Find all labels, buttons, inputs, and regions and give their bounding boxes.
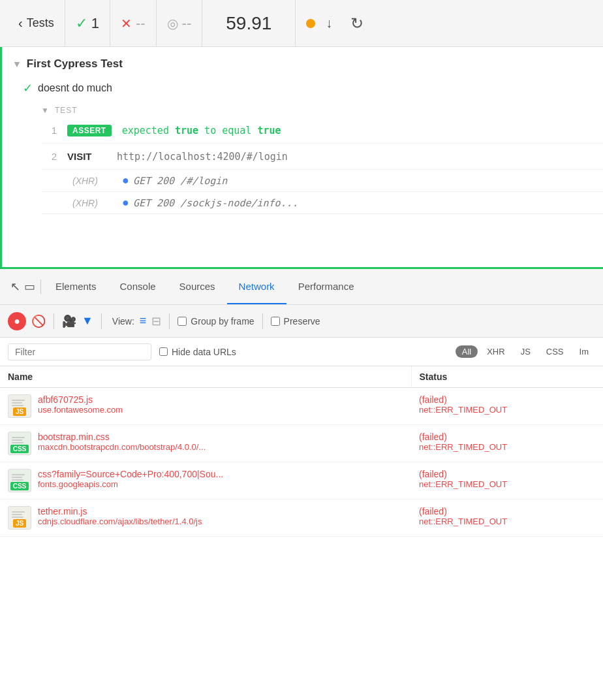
fail-section: ✕ -- [110, 0, 157, 46]
back-section: ‹ Tests [8, 0, 65, 46]
hide-data-urls-text: Hide data URLs [172, 347, 236, 357]
xhr-row-2[interactable]: (XHR) ● GET 200 /sockjs-node/info... [41, 192, 603, 214]
name-cell[interactable]: JS tether.min.js cdnjs.cloudflare.com/aj… [0, 500, 411, 537]
tab-elements-label: Elements [55, 281, 97, 292]
status-error: net::ERR_TIMED_OUT [419, 479, 595, 489]
status-failed: (failed) [419, 469, 595, 479]
xhr-dot-1: ● [122, 174, 129, 187]
name-cell[interactable]: CSS css?family=Source+Code+Pro:400,700|S… [0, 462, 411, 500]
tab-elements[interactable]: Elements [44, 269, 108, 304]
pending-dash: -- [182, 15, 192, 32]
visit-badge: VISIT [67, 151, 106, 162]
tab-console-label: Console [120, 281, 156, 292]
xhr-row-1[interactable]: (XHR) ● GET 200 /#/login [41, 170, 603, 192]
xhr-text-1: GET 200 /#/login [133, 175, 228, 187]
table-row[interactable]: CSS bootstrap.min.css maxcdn.bootstrapcd… [0, 425, 603, 462]
cmd-collapse-arrow[interactable]: ▼ [41, 106, 50, 115]
hide-data-urls-checkbox[interactable] [159, 347, 168, 356]
file-icon: JS [8, 394, 31, 418]
tab-icons: ↖ ▭ [5, 279, 41, 294]
header-name: Name [0, 366, 411, 388]
toolbar-separator-4 [262, 313, 263, 329]
assert-text: expected true to equal true [122, 125, 281, 136]
back-button[interactable]: ‹ Tests [18, 16, 54, 31]
table-row[interactable]: CSS css?family=Source+Code+Pro:400,700|S… [0, 462, 603, 500]
command-section: ▼ TEST 1 ASSERT expected true to equal t… [2, 101, 603, 214]
file-icon: CSS [8, 469, 31, 492]
pointer-icon[interactable]: ↖ [10, 279, 20, 294]
toolbar-separator-3 [169, 313, 170, 329]
file-name: tether.min.js [38, 506, 202, 517]
table-row[interactable]: JS afbf670725.js use.fontawesome.com (fa… [0, 388, 603, 425]
file-domain: maxcdn.bootstrapcdn.com/bootstrap/4.0.0/… [38, 442, 206, 452]
refresh-icon[interactable]: ↻ [350, 14, 363, 33]
test-header-label: TEST [55, 106, 78, 115]
preserve-checkbox[interactable]: Preserve [271, 316, 320, 326]
visit-url: http://localhost:4200/#/login [117, 151, 288, 163]
back-label: Tests [27, 16, 54, 30]
tree-view-icon[interactable]: ⊟ [151, 314, 161, 328]
filter-tag-css[interactable]: CSS [540, 345, 570, 358]
cypress-panel: ▼ First Cypress Test ✓ doesnt do much ▼ … [0, 47, 603, 269]
tab-performance[interactable]: Performance [286, 269, 366, 304]
status-error: net::ERR_TIMED_OUT [419, 442, 595, 452]
cmd-num-1: 1 [41, 125, 57, 136]
tab-sources-label: Sources [179, 281, 215, 292]
network-table: Name Status JS afbf670725.js use.fontawe [0, 366, 603, 537]
record-button[interactable]: ● [8, 312, 26, 330]
test-item: ✓ doesnt do much [2, 76, 603, 101]
circle-icon: ◎ [167, 16, 178, 31]
command-row-visit[interactable]: 2 VISIT http://localhost:4200/#/login [41, 144, 603, 170]
preserve-input[interactable] [271, 317, 280, 326]
chevron-left-icon: ‹ [18, 16, 23, 31]
table-row[interactable]: JS tether.min.js cdnjs.cloudflare.com/aj… [0, 500, 603, 537]
assert-badge: ASSERT [67, 125, 112, 136]
xhr-dot-2: ● [122, 196, 129, 210]
list-view-icon[interactable]: ≡ [140, 314, 147, 328]
name-cell[interactable]: JS afbf670725.js use.fontawesome.com [0, 388, 411, 425]
file-type-badge: CSS [10, 445, 29, 453]
file-name: afbf670725.js [38, 394, 123, 405]
suite-name: First Cypress Test [27, 57, 123, 71]
status-cell: (failed) net::ERR_TIMED_OUT [411, 388, 603, 425]
preserve-label: Preserve [284, 316, 320, 326]
status-cell: (failed) net::ERR_TIMED_OUT [411, 462, 603, 500]
status-cell: (failed) net::ERR_TIMED_OUT [411, 500, 603, 537]
hide-data-urls-label[interactable]: Hide data URLs [159, 347, 236, 357]
tab-network[interactable]: Network [227, 269, 286, 304]
file-domain: fonts.googleapis.com [38, 479, 223, 489]
filter-icon[interactable]: ▼ [82, 314, 93, 328]
video-icon[interactable]: 🎥 [62, 314, 76, 328]
suite-header: ▼ First Cypress Test [2, 47, 603, 76]
tab-sources[interactable]: Sources [168, 269, 227, 304]
orange-dot-icon [306, 19, 315, 28]
file-type-badge: JS [13, 407, 26, 416]
suite-collapse-arrow[interactable]: ▼ [12, 59, 22, 69]
filter-input[interactable] [8, 343, 151, 360]
file-domain: use.fontawesome.com [38, 405, 123, 415]
filter-tag-im[interactable]: Im [573, 345, 595, 358]
status-cell: (failed) net::ERR_TIMED_OUT [411, 425, 603, 462]
status-error: net::ERR_TIMED_OUT [419, 405, 595, 415]
status-failed: (failed) [419, 432, 595, 442]
filter-tag-xhr[interactable]: XHR [480, 345, 511, 358]
command-row-assert[interactable]: 1 ASSERT expected true to equal true [41, 118, 603, 144]
tab-console[interactable]: Console [108, 269, 168, 304]
test-name: doesnt do much [38, 82, 112, 94]
name-cell[interactable]: CSS bootstrap.min.css maxcdn.bootstrapcd… [0, 425, 411, 462]
test-pass-icon: ✓ [23, 81, 33, 95]
clear-button[interactable]: 🚫 [31, 314, 46, 328]
devtools-toolbar: ● 🚫 🎥 ▼ View: ≡ ⊟ Group by frame Preserv… [0, 305, 603, 338]
view-label: View: [112, 316, 134, 326]
group-by-frame-input[interactable] [178, 317, 187, 326]
table-header: Name Status [0, 366, 603, 388]
pending-section: ◎ -- [157, 0, 203, 46]
xhr-label-1: (XHR) [72, 176, 112, 186]
group-by-frame-checkbox[interactable]: Group by frame [178, 316, 254, 326]
fail-dash: -- [136, 15, 146, 32]
filter-tag-all[interactable]: All [456, 345, 478, 358]
file-type-badge: JS [13, 519, 26, 528]
score-value: 59.91 [213, 13, 285, 34]
filter-tag-js[interactable]: JS [514, 345, 537, 358]
mobile-icon[interactable]: ▭ [24, 279, 35, 294]
